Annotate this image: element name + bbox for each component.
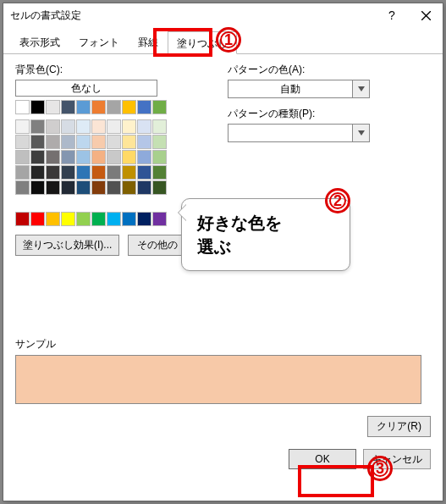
color-swatch[interactable]: [91, 150, 106, 164]
color-swatch[interactable]: [91, 180, 106, 195]
fill-effects-button[interactable]: 塗りつぶし効果(I)...: [15, 235, 119, 256]
color-swatch[interactable]: [76, 135, 91, 149]
color-swatch[interactable]: [30, 135, 45, 149]
clear-button[interactable]: クリア(R): [367, 416, 431, 437]
more-colors-button[interactable]: その他の: [128, 235, 187, 256]
tab-number-format[interactable]: 表示形式: [10, 30, 69, 53]
pattern-color-value: 自動: [229, 80, 352, 97]
color-swatch[interactable]: [46, 180, 60, 195]
color-swatch[interactable]: [15, 150, 30, 164]
color-swatch[interactable]: [152, 100, 167, 114]
color-swatch[interactable]: [152, 165, 167, 180]
sample-preview: [15, 355, 421, 404]
color-swatch[interactable]: [152, 150, 167, 164]
color-swatch[interactable]: [46, 165, 60, 180]
window-title: セルの書式設定: [10, 8, 375, 23]
color-swatch[interactable]: [30, 212, 45, 226]
color-swatch[interactable]: [107, 212, 121, 226]
color-swatch[interactable]: [15, 135, 30, 149]
color-swatch[interactable]: [76, 212, 91, 226]
tab-font[interactable]: フォント: [69, 30, 129, 53]
color-swatch[interactable]: [15, 180, 30, 195]
color-swatch[interactable]: [122, 119, 136, 134]
help-button[interactable]: ?: [375, 3, 409, 27]
color-swatch[interactable]: [137, 165, 151, 180]
tab-border[interactable]: 罫線: [129, 30, 168, 53]
color-swatch[interactable]: [107, 119, 121, 134]
color-swatch[interactable]: [15, 100, 30, 114]
color-swatch[interactable]: [76, 165, 91, 180]
color-swatch[interactable]: [91, 135, 106, 149]
pattern-color-select[interactable]: 自動: [228, 80, 370, 98]
color-swatch[interactable]: [61, 165, 75, 180]
color-swatch[interactable]: [46, 150, 60, 164]
color-swatch[interactable]: [91, 165, 106, 180]
color-swatch[interactable]: [61, 119, 75, 134]
color-swatch[interactable]: [107, 100, 121, 114]
color-swatch[interactable]: [107, 165, 121, 180]
background-color-label: 背景色(C):: [15, 63, 214, 77]
color-swatch[interactable]: [15, 212, 30, 226]
color-swatch[interactable]: [122, 212, 136, 226]
color-swatch[interactable]: [46, 212, 60, 226]
color-swatch[interactable]: [91, 212, 106, 226]
color-swatch[interactable]: [152, 135, 167, 149]
annotation-callout: 好きな色を 選ぶ: [181, 198, 350, 271]
color-swatch[interactable]: [46, 119, 60, 134]
annotation-badge-3: 3: [367, 456, 393, 481]
titlebar: セルの書式設定 ?: [3, 3, 443, 27]
color-swatch[interactable]: [122, 100, 136, 114]
color-swatch[interactable]: [122, 165, 136, 180]
pattern-type-select[interactable]: [228, 124, 370, 142]
color-swatch[interactable]: [30, 119, 45, 134]
pattern-color-label: パターンの色(A):: [228, 63, 431, 77]
theme-colors-row: [15, 100, 214, 114]
color-swatch[interactable]: [137, 119, 151, 134]
color-swatch[interactable]: [61, 135, 75, 149]
color-swatch[interactable]: [15, 119, 30, 134]
pattern-type-value: [229, 125, 352, 141]
color-swatch[interactable]: [15, 165, 30, 180]
sample-label: サンプル: [15, 337, 431, 352]
color-swatch[interactable]: [122, 180, 136, 195]
color-swatch[interactable]: [46, 135, 60, 149]
color-swatch[interactable]: [107, 180, 121, 195]
color-swatch[interactable]: [152, 180, 167, 195]
color-swatch[interactable]: [61, 180, 75, 195]
pattern-type-label: パターンの種類(P):: [228, 107, 431, 121]
color-palette: [15, 119, 168, 195]
close-button[interactable]: [409, 3, 443, 27]
color-swatch[interactable]: [76, 180, 91, 195]
color-swatch[interactable]: [30, 165, 45, 180]
close-icon: [421, 11, 431, 20]
color-swatch[interactable]: [122, 135, 136, 149]
color-swatch[interactable]: [30, 100, 45, 114]
color-swatch[interactable]: [61, 150, 75, 164]
chevron-down-icon: [352, 125, 369, 141]
color-swatch[interactable]: [137, 212, 151, 226]
color-swatch[interactable]: [30, 150, 45, 164]
color-swatch[interactable]: [137, 180, 151, 195]
color-swatch[interactable]: [107, 150, 121, 164]
color-swatch[interactable]: [122, 150, 136, 164]
color-swatch[interactable]: [61, 100, 75, 114]
color-swatch[interactable]: [76, 150, 91, 164]
color-swatch[interactable]: [91, 100, 106, 114]
no-color-button[interactable]: 色なし: [15, 80, 157, 97]
color-swatch[interactable]: [76, 100, 91, 114]
chevron-down-icon: [352, 80, 369, 97]
color-swatch[interactable]: [137, 100, 151, 114]
annotation-badge-1: 1: [216, 27, 241, 53]
annotation-badge-2: 2: [325, 188, 350, 213]
color-swatch[interactable]: [137, 135, 151, 149]
color-swatch[interactable]: [107, 135, 121, 149]
color-swatch[interactable]: [91, 119, 106, 134]
color-swatch[interactable]: [152, 212, 167, 226]
annotation-highlight-ok: [298, 465, 374, 497]
color-swatch[interactable]: [137, 150, 151, 164]
color-swatch[interactable]: [61, 212, 75, 226]
color-swatch[interactable]: [30, 180, 45, 195]
color-swatch[interactable]: [76, 119, 91, 134]
color-swatch[interactable]: [46, 100, 60, 114]
color-swatch[interactable]: [152, 119, 167, 134]
